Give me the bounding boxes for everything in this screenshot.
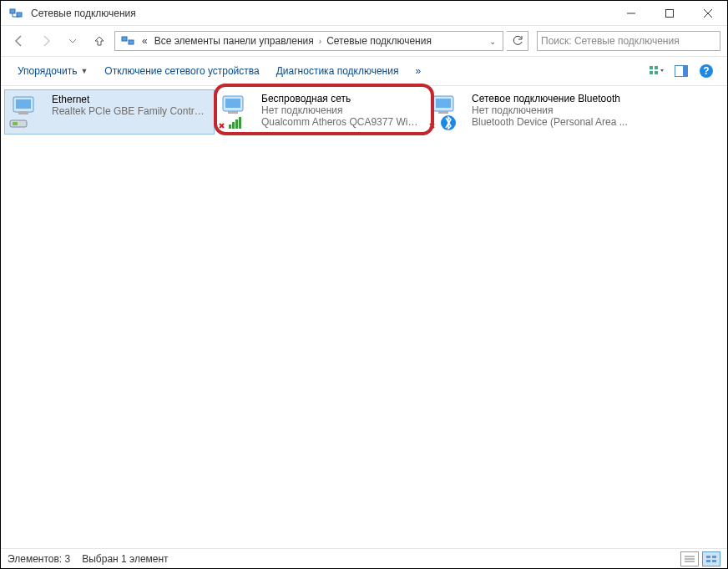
connection-name: Сетевое подключение Bluetooth bbox=[472, 93, 628, 104]
connection-item-bluetooth[interactable]: Сетевое подключение Bluetooth Нет подклю… bbox=[425, 89, 635, 135]
window-title: Сетевые подключения bbox=[31, 8, 612, 19]
minimize-button[interactable] bbox=[612, 1, 650, 26]
svg-rect-29 bbox=[239, 117, 241, 129]
svg-rect-37 bbox=[706, 556, 710, 558]
chevron-right-icon: » bbox=[415, 65, 421, 77]
back-button[interactable] bbox=[8, 29, 31, 53]
item-count: Элементов: 3 bbox=[8, 553, 70, 565]
svg-rect-22 bbox=[13, 122, 18, 125]
svg-rect-5 bbox=[666, 9, 674, 17]
forward-button[interactable] bbox=[34, 29, 58, 53]
titlebar: Сетевые подключения bbox=[1, 1, 727, 26]
connection-status: Нет подключения bbox=[472, 104, 628, 116]
address-dropdown-icon[interactable]: ⌄ bbox=[484, 37, 501, 46]
diagnose-button[interactable]: Диагностика подключения bbox=[268, 62, 407, 80]
svg-rect-40 bbox=[712, 560, 716, 562]
connection-status: Нет подключения bbox=[261, 104, 418, 116]
svg-rect-1 bbox=[17, 13, 22, 17]
recent-button[interactable] bbox=[61, 29, 84, 53]
refresh-button[interactable] bbox=[507, 31, 528, 51]
address-row: « Все элементы панели управления › Сетев… bbox=[1, 26, 727, 56]
search-placeholder: Поиск: Сетевые подключения bbox=[541, 35, 680, 47]
svg-rect-0 bbox=[10, 9, 15, 13]
breadcrumb-seg1[interactable]: Все элементы панели управления bbox=[151, 35, 317, 47]
details-view-button[interactable] bbox=[680, 551, 699, 566]
connection-name: Беспроводная сеть bbox=[261, 93, 418, 104]
toolbar-overflow-button[interactable]: » bbox=[407, 62, 429, 80]
svg-rect-27 bbox=[232, 122, 235, 129]
icons-view-button[interactable] bbox=[702, 551, 720, 566]
svg-rect-26 bbox=[229, 124, 231, 129]
toolbar: Упорядочить ▼ Отключение сетевого устрой… bbox=[1, 56, 727, 86]
svg-rect-12 bbox=[650, 71, 653, 74]
ethernet-icon bbox=[8, 94, 47, 132]
help-button[interactable]: ? bbox=[695, 60, 717, 82]
svg-rect-9 bbox=[129, 40, 134, 44]
view-options-button[interactable] bbox=[645, 60, 667, 82]
bluetooth-icon bbox=[428, 93, 467, 131]
app-icon bbox=[8, 5, 24, 22]
maximize-button[interactable] bbox=[650, 1, 689, 26]
svg-rect-11 bbox=[655, 66, 658, 69]
svg-rect-8 bbox=[122, 37, 127, 41]
svg-rect-19 bbox=[16, 99, 31, 109]
search-input[interactable]: Поиск: Сетевые подключения bbox=[537, 31, 720, 51]
svg-rect-39 bbox=[706, 560, 710, 562]
svg-rect-13 bbox=[655, 71, 658, 74]
svg-rect-31 bbox=[436, 99, 451, 108]
up-button[interactable] bbox=[88, 29, 111, 53]
wireless-icon bbox=[218, 93, 256, 131]
svg-rect-20 bbox=[18, 112, 28, 114]
network-connections-window: Сетевые подключения « Все элементы панел… bbox=[1, 1, 727, 568]
svg-rect-24 bbox=[225, 99, 240, 108]
connection-name: Ethernet bbox=[52, 94, 209, 105]
svg-rect-25 bbox=[228, 111, 238, 114]
preview-pane-button[interactable] bbox=[670, 60, 692, 82]
svg-rect-38 bbox=[712, 556, 716, 558]
connection-device: Bluetooth Device (Personal Area ... bbox=[472, 116, 628, 128]
connection-item-wireless[interactable]: Беспроводная сеть Нет подключения Qualco… bbox=[215, 89, 425, 135]
connection-item-ethernet[interactable]: Ethernet Realtek PCIe GBE Family Control… bbox=[4, 89, 215, 135]
breadcrumb-seg2[interactable]: Сетевые подключения bbox=[323, 35, 435, 47]
chevron-right-icon: › bbox=[317, 37, 323, 46]
selection-info: Выбран 1 элемент bbox=[82, 553, 168, 565]
content-pane[interactable]: Ethernet Realtek PCIe GBE Family Control… bbox=[1, 86, 727, 548]
control-panel-icon bbox=[120, 33, 135, 48]
svg-rect-10 bbox=[650, 66, 653, 69]
organize-button[interactable]: Упорядочить ▼ bbox=[9, 62, 96, 80]
statusbar: Элементов: 3 Выбран 1 элемент bbox=[1, 548, 727, 568]
svg-text:?: ? bbox=[703, 65, 709, 77]
svg-rect-15 bbox=[683, 66, 687, 76]
connection-device: Realtek PCIe GBE Family Controller bbox=[52, 105, 209, 117]
close-button[interactable] bbox=[689, 1, 727, 26]
connection-device: Qualcomm Atheros QCA9377 Wir... bbox=[261, 116, 418, 128]
breadcrumb-ellipsis[interactable]: « bbox=[139, 35, 151, 47]
address-bar[interactable]: « Все элементы панели управления › Сетев… bbox=[114, 31, 503, 51]
svg-rect-32 bbox=[438, 111, 448, 114]
chevron-down-icon: ▼ bbox=[80, 67, 88, 75]
disable-device-button[interactable]: Отключение сетевого устройства bbox=[96, 62, 267, 80]
svg-rect-28 bbox=[235, 119, 238, 129]
